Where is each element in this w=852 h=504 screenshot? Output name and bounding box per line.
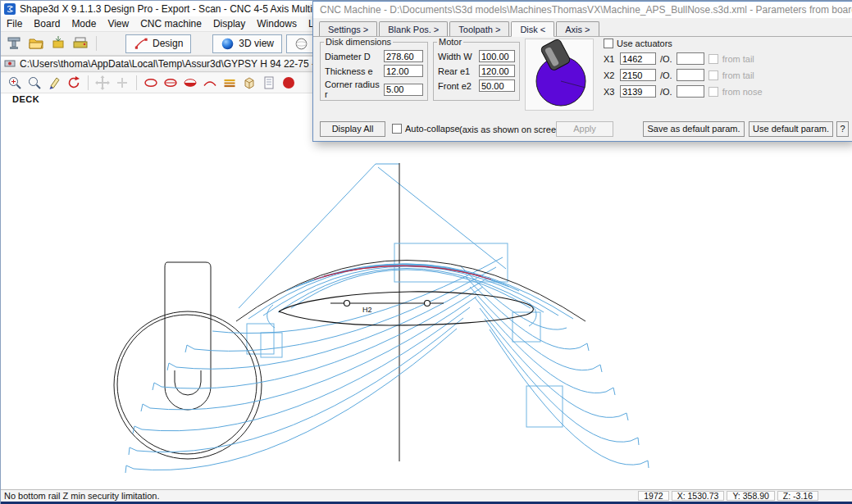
open-folder-icon[interactable]	[27, 34, 45, 52]
statusbar: No bottom rail Z min security limitation…	[1, 489, 852, 502]
board-outline	[279, 292, 533, 325]
notes-icon[interactable]	[261, 75, 277, 91]
red-circle-icon[interactable]	[280, 75, 297, 91]
rail-half-ellipse-icon[interactable]	[182, 75, 198, 91]
export-icon[interactable]	[49, 34, 67, 52]
tab-toolpath[interactable]: Toolpath >	[449, 21, 509, 36]
x1-from-tail-checkbox	[708, 54, 718, 64]
menu-display[interactable]: Display	[207, 16, 251, 31]
x3-divider: /O.	[660, 87, 672, 97]
motor-rear-label: Rear e1	[438, 66, 470, 76]
disk-dimensions-legend: Disk dimensions	[324, 37, 393, 47]
x3-from-nose-checkbox	[708, 87, 718, 97]
menu-board[interactable]: Board	[28, 16, 66, 31]
actuators-section: Use actuators X1 /O. from tail X2 /O.	[604, 39, 763, 98]
toolbar-separator	[136, 75, 137, 90]
move-disabled-icon	[94, 75, 111, 91]
motor-width-label: Width W	[438, 52, 472, 61]
cnc-machine-dialog: CNC Machine - D:\Documents\S3d models\Ma…	[312, 1, 852, 142]
thickness-input[interactable]	[384, 65, 423, 77]
app-window: Shape3d X 9.1.1.3 Design Pro - Export - …	[0, 0, 852, 504]
axis-note: (axis as shown on screen)	[459, 125, 564, 134]
cutter-disk-outline	[114, 262, 262, 459]
status-coord-z: Z: -3.16	[777, 491, 818, 501]
auto-collapse-label: Auto-collapse	[405, 124, 460, 134]
reference-rects	[247, 243, 563, 427]
menu-view[interactable]: View	[102, 16, 134, 31]
dialog-tabs: Settings > Blank Pos. > Toolpath > Disk …	[313, 18, 852, 37]
board-drawing: H2	[1, 93, 852, 490]
apply-button: Apply	[556, 121, 613, 137]
view-3d-button[interactable]: 3D view	[212, 34, 282, 53]
toolbar-separator	[88, 75, 89, 90]
print-scan-icon[interactable]	[71, 34, 89, 52]
motor-width-input[interactable]	[479, 50, 515, 62]
x1-label: X1	[604, 54, 616, 64]
press-tool-icon[interactable]	[5, 34, 23, 52]
app-logo-icon	[4, 3, 16, 15]
zoom-window-icon[interactable]	[26, 75, 43, 91]
rotate-view-icon[interactable]	[66, 75, 82, 91]
x3-input[interactable]	[620, 85, 656, 98]
disk-dimensions-group: Disk dimensions Diameter D Thickness e C…	[320, 37, 428, 101]
menu-cnc-machine[interactable]: CNC machine	[134, 16, 207, 31]
auto-collapse-field: Auto-collapse	[392, 124, 460, 134]
motor-front-label: Front e2	[438, 81, 472, 91]
status-message: No bottom rail Z min security limitation…	[1, 491, 160, 501]
x1-input[interactable]	[620, 52, 656, 65]
rocker-arc-icon[interactable]	[202, 75, 218, 91]
x3-label: X3	[604, 87, 616, 97]
x2-divider: /O.	[660, 70, 672, 80]
x2-label: X2	[604, 70, 616, 80]
menu-mode[interactable]: Mode	[66, 16, 102, 31]
x3-offset-input[interactable]	[677, 85, 704, 98]
tab-settings[interactable]: Settings >	[319, 21, 377, 36]
motor-front-input[interactable]	[479, 79, 515, 92]
motor-rear-input[interactable]	[479, 65, 515, 77]
sphere-3d-icon	[221, 37, 235, 51]
x2-offset-input[interactable]	[677, 69, 704, 81]
menu-windows[interactable]: Windows	[251, 16, 303, 31]
x2-input[interactable]	[620, 69, 656, 81]
toolbar-separator	[96, 36, 97, 51]
actuator-row-x1: X1 /O. from tail	[604, 52, 763, 65]
tab-disk[interactable]: Disk <	[511, 21, 554, 37]
actuator-row-x3: X3 /O. from nose	[604, 85, 763, 98]
edit-pen-icon[interactable]	[46, 75, 62, 91]
use-default-button[interactable]: Use default param.	[749, 121, 833, 137]
save-default-button[interactable]: Save as default param.	[643, 121, 745, 137]
diameter-label: Diameter D	[325, 52, 371, 61]
design-curve-icon	[134, 36, 148, 51]
menu-file[interactable]: File	[1, 16, 28, 31]
x1-divider: /O.	[660, 54, 672, 64]
motor-legend: Motor	[437, 37, 463, 47]
x1-offset-input[interactable]	[677, 52, 704, 65]
status-coordinates: 1972 X: 1530.73 Y: 358.90 Z: -3.16	[638, 491, 818, 501]
tab-blank-pos[interactable]: Blank Pos. >	[379, 21, 448, 36]
layers-icon[interactable]	[221, 75, 238, 91]
blank-box-icon[interactable]	[241, 75, 257, 91]
tab-axis[interactable]: Axis >	[556, 21, 599, 36]
toolpath-fan-left	[125, 257, 503, 473]
plan-circle-icon	[294, 37, 308, 51]
design-canvas[interactable]: DECK	[1, 93, 852, 489]
view-3d-button-label: 3D view	[239, 38, 274, 49]
zoom-in-icon[interactable]	[7, 75, 23, 91]
auto-collapse-checkbox[interactable]	[392, 124, 402, 134]
rail-ellipse-chord-icon[interactable]	[162, 75, 179, 91]
x2-from-tail-label: from tail	[722, 70, 754, 80]
diameter-input[interactable]	[384, 50, 423, 62]
dialog-title: CNC Machine - D:\Documents\S3d models\Ma…	[320, 4, 852, 16]
help-button[interactable]: ?	[836, 121, 849, 137]
corner-radius-input[interactable]	[384, 84, 423, 96]
rail-ellipse-icon[interactable]	[143, 75, 159, 91]
design-button[interactable]: Design	[125, 34, 191, 53]
dialog-body: Disk dimensions Diameter D Thickness e C…	[313, 37, 852, 119]
use-actuators-checkbox[interactable]	[604, 39, 613, 48]
x1-from-tail-label: from tail	[722, 54, 754, 64]
deck-toolpath-arcs	[248, 264, 573, 328]
status-coord-x: X: 1530.73	[672, 491, 725, 501]
thickness-label: Thickness e	[325, 66, 373, 76]
display-all-button[interactable]: Display All	[320, 121, 385, 137]
design-button-label: Design	[153, 38, 183, 49]
